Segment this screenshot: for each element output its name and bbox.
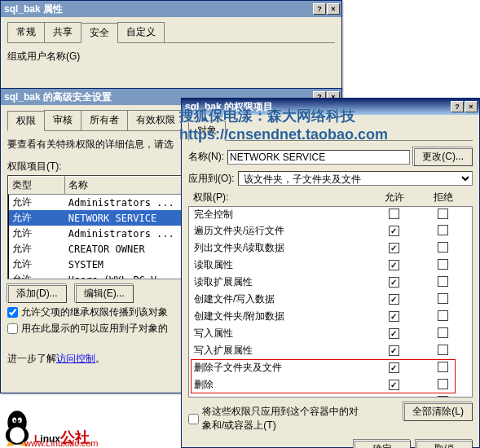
- permission-label: 写入扩展属性: [194, 344, 369, 358]
- allow-checkbox[interactable]: [389, 362, 399, 373]
- deny-checkbox[interactable]: [438, 379, 448, 389]
- tab-sharing[interactable]: 共享: [44, 22, 81, 42]
- permission-label: 创建文件夹/附加数据: [194, 310, 369, 323]
- permission-item: 删除子文件夹及文件: [189, 359, 472, 376]
- permission-item: 列出文件夹/读取数据: [189, 239, 472, 257]
- permission-label: 完全控制: [194, 208, 369, 222]
- permission-item: 删除: [189, 376, 472, 393]
- permission-label: 遍历文件夹/运行文件: [194, 224, 369, 238]
- tab-permissions[interactable]: 权限: [7, 111, 45, 131]
- add-button[interactable]: 添加(D)...: [7, 284, 67, 303]
- deny-checkbox[interactable]: [438, 225, 448, 235]
- permission-label: 读取属性: [194, 258, 369, 272]
- allow-checkbox[interactable]: [389, 311, 399, 322]
- name-label: 名称(N):: [188, 150, 224, 164]
- deny-checkbox[interactable]: [438, 396, 448, 398]
- permission-label: 读取权限: [194, 395, 369, 397]
- apply-only-label: 将这些权限只应用到这个容器中的对象和/或容器上(T): [202, 405, 365, 433]
- permissions-label: 权限(P):: [193, 191, 370, 204]
- inherit-label: 允许父项的继承权限传播到该对象: [21, 305, 168, 319]
- permission-label: 创建文件/写入数据: [194, 292, 369, 306]
- edit-button[interactable]: 编辑(E)...: [75, 284, 134, 303]
- permission-item: 写入属性: [189, 325, 472, 342]
- help-button[interactable]: ?: [313, 3, 326, 15]
- change-button[interactable]: 更改(C)...: [413, 147, 473, 166]
- column-header[interactable]: 类型: [9, 177, 65, 195]
- title: sql_bak 的高级安全设置: [4, 90, 112, 104]
- inherit-checkbox-input[interactable]: [7, 307, 18, 318]
- allow-checkbox[interactable]: [389, 294, 399, 305]
- properties-dialog: sql_bak 属性 ? × 常规 共享 安全 自定义 组或用户名称(G): [0, 0, 342, 90]
- permission-label: 读取扩展属性: [194, 275, 369, 289]
- allow-checkbox[interactable]: [389, 226, 399, 236]
- titlebar: sql_bak 属性 ? ×: [1, 1, 341, 17]
- close-button[interactable]: ×: [327, 3, 340, 15]
- group-users-label: 组或用户名称(G): [7, 50, 335, 64]
- allow-checkbox[interactable]: [389, 260, 399, 270]
- allow-checkbox[interactable]: [389, 380, 399, 390]
- allow-checkbox[interactable]: [389, 397, 399, 397]
- access-control-link[interactable]: 访问控制: [56, 353, 95, 364]
- tab-general[interactable]: 常规: [7, 22, 45, 42]
- permission-entry-dialog: sql_bak 的权限项目 ? × 对象 名称(N): 更改(C)... 应用到…: [181, 98, 480, 448]
- apply-only-checkbox-input[interactable]: [188, 414, 199, 424]
- apply-to-label: 应用到(O):: [188, 172, 235, 186]
- svg-point-6: [18, 419, 20, 422]
- permission-item: 遍历文件夹/运行文件: [189, 222, 472, 239]
- allow-header: 允许: [370, 191, 419, 204]
- allow-checkbox[interactable]: [389, 345, 399, 356]
- allow-checkbox[interactable]: [389, 243, 399, 253]
- allow-checkbox[interactable]: [389, 209, 399, 219]
- deny-checkbox[interactable]: [438, 259, 448, 270]
- tab-owner[interactable]: 所有者: [81, 110, 128, 130]
- deny-checkbox[interactable]: [438, 345, 448, 355]
- permission-item: 创建文件夹/附加数据: [189, 308, 472, 325]
- permission-item: 读取属性: [189, 257, 472, 274]
- watermark-line2: https://cnsendnet.taobao.com: [179, 126, 388, 143]
- tab-security[interactable]: 安全: [81, 23, 118, 43]
- tab-custom[interactable]: 自定义: [117, 22, 165, 42]
- tab-audit[interactable]: 审核: [44, 110, 81, 130]
- permission-label: 写入属性: [194, 327, 369, 340]
- deny-checkbox[interactable]: [438, 242, 448, 253]
- deny-checkbox[interactable]: [438, 310, 448, 321]
- cancel-button[interactable]: 取消: [416, 440, 473, 448]
- name-input[interactable]: [227, 150, 410, 165]
- deny-checkbox[interactable]: [438, 362, 448, 372]
- permission-item: 读取扩展属性: [189, 274, 472, 291]
- logo-url: www.Linuxidc.com: [24, 438, 98, 448]
- deny-checkbox[interactable]: [438, 276, 448, 287]
- title: sql_bak 属性: [4, 2, 63, 16]
- deny-checkbox[interactable]: [438, 327, 448, 338]
- deny-header: 拒绝: [419, 191, 468, 204]
- permission-label: 列出文件夹/读取数据: [194, 241, 369, 255]
- replace-label: 用在此显示的可以应用到子对象的: [21, 322, 168, 336]
- apply-to-select[interactable]: 该文件夹，子文件夹及文件: [238, 171, 473, 186]
- svg-point-2: [10, 427, 24, 443]
- tab-effective[interactable]: 有效权限: [127, 110, 184, 130]
- allow-checkbox[interactable]: [389, 328, 399, 339]
- replace-checkbox-input[interactable]: [7, 323, 18, 334]
- tabs: 常规 共享 安全 自定义: [7, 22, 335, 43]
- allow-checkbox[interactable]: [389, 277, 399, 288]
- help-button[interactable]: ?: [451, 101, 464, 112]
- permission-item: 写入扩展属性: [189, 342, 472, 359]
- clear-all-button[interactable]: 全部清除(L): [403, 402, 473, 421]
- permission-item: 创建文件/写入数据: [189, 291, 472, 308]
- permissions-list[interactable]: 完全控制遍历文件夹/运行文件列出文件夹/读取数据读取属性读取扩展属性创建文件/写…: [188, 206, 473, 397]
- permission-item: 读取权限: [189, 393, 472, 397]
- permission-label: 删除子文件夹及文件: [194, 361, 369, 375]
- deny-checkbox[interactable]: [438, 209, 448, 219]
- close-button[interactable]: ×: [465, 101, 478, 112]
- watermark-line1: 搜狐保电漾：森大网络科技: [179, 106, 355, 125]
- svg-point-5: [14, 419, 15, 422]
- permission-item: 完全控制: [189, 207, 472, 222]
- apply-only-checkbox[interactable]: 将这些权限只应用到这个容器中的对象和/或容器上(T): [188, 405, 399, 433]
- permission-label: 删除: [194, 378, 369, 392]
- deny-checkbox[interactable]: [438, 293, 448, 304]
- ok-button[interactable]: 确定: [354, 440, 411, 448]
